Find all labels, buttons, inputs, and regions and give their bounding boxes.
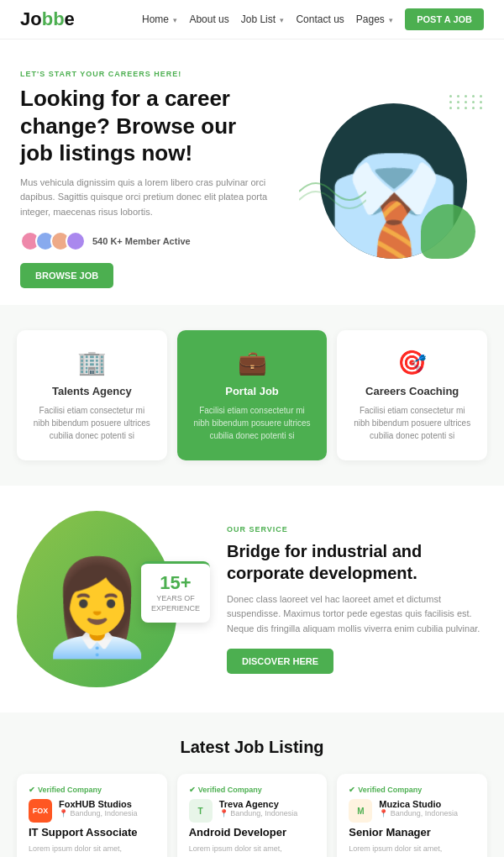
job-company-row: T Treva Agency 📍 Bandung, Indonesia: [189, 799, 316, 823]
about-tag: OUR SERVICE: [227, 525, 487, 534]
nav-joblist[interactable]: Job List ▾: [241, 13, 285, 25]
nav-home[interactable]: Home ▾: [142, 13, 177, 25]
check-icon: ✔: [29, 786, 35, 794]
about-title: Bridge for industrial and corporate deve…: [227, 540, 487, 584]
company-info: FoxHUB Studios 📍 Bandung, Indonesia: [59, 799, 138, 823]
green-blob-decoration: [421, 204, 475, 259]
services-section: 🏢 Talents Agency Facilisi etiam consecte…: [0, 305, 504, 486]
badge-label-line1: YEARS OF: [151, 594, 200, 604]
hero-members: 540 K+ Member Active: [20, 231, 272, 251]
about-description: Donec class laoreet vel hac laoreet amet…: [227, 592, 487, 637]
job-card: ✔ Verified Company T Treva Agency 📍 Band…: [177, 774, 328, 857]
browse-job-button[interactable]: BROWSE JOB: [20, 263, 113, 288]
nav-contact[interactable]: Contact us: [296, 13, 344, 25]
avatar: [66, 231, 86, 251]
service-card-talents[interactable]: 🏢 Talents Agency Facilisi etiam consecte…: [17, 330, 167, 460]
about-content: OUR SERVICE Bridge for industrial and co…: [227, 525, 487, 674]
experience-badge: 15+ YEARS OF EXPERIENCE: [141, 561, 210, 622]
portal-icon: 💼: [191, 349, 314, 376]
services-grid: 🏢 Talents Agency Facilisi etiam consecte…: [17, 330, 487, 460]
listings-title: Latest Job Listing: [17, 738, 487, 757]
job-verified-badge: ✔ Verified Company: [189, 786, 316, 794]
job-verified-badge: ✔ Verified Company: [29, 786, 155, 794]
about-image-area: 👩‍💼 15+ YEARS OF EXPERIENCE: [17, 511, 210, 687]
job-title: Senior Manager: [349, 826, 475, 839]
company-logo: T: [189, 799, 213, 823]
job-title: Android Developer: [189, 826, 316, 839]
nav-about[interactable]: About us: [189, 13, 228, 25]
member-count: 540 K+ Member Active: [92, 236, 191, 246]
job-card: ✔ Verified Company FOX FoxHUB Studios 📍 …: [17, 774, 167, 857]
coaching-icon: 🎯: [350, 349, 474, 376]
badge-label-line2: EXPERIENCE: [151, 604, 200, 614]
service-card-coaching[interactable]: 🎯 Careers Coaching Facilisi etiam consec…: [337, 330, 487, 460]
job-company-row: M Muzica Studio 📍 Bandung, Indonesia: [349, 799, 475, 823]
avatar-group: [20, 231, 86, 251]
nav-links: Home ▾ About us Job List ▾ Contact us Pa…: [142, 8, 484, 30]
hero-image: 👔: [299, 91, 484, 267]
hero-tag: LET'S START YOUR CAREERS HERE!: [20, 70, 272, 78]
company-info: Treva Agency 📍 Bandung, Indonesia: [219, 799, 298, 823]
job-company-row: FOX FoxHUB Studios 📍 Bandung, Indonesia: [29, 799, 155, 823]
job-location: 📍 Bandung, Indonesia: [59, 809, 138, 818]
job-title: IT Support Associate: [29, 826, 155, 839]
company-logo: M: [349, 799, 372, 823]
talents-desc: Facilisi etiam consectetur mi nibh biben…: [30, 404, 154, 442]
job-location: 📍 Bandung, Indonesia: [219, 809, 298, 818]
navbar: Jobbe Home ▾ About us Job List ▾ Contact…: [0, 0, 504, 39]
logo[interactable]: Jobbe: [20, 8, 75, 30]
coaching-title: Careers Coaching: [350, 385, 474, 397]
portal-desc: Facilisi etiam consectetur mi nibh biben…: [191, 404, 314, 442]
portal-title: Portal Job: [191, 385, 314, 397]
job-card: ✔ Verified Company M Muzica Studio 📍 Ban…: [337, 774, 487, 857]
job-description: Lorem ipsum dolor sit amet, consectetur …: [349, 844, 475, 857]
company-name: Treva Agency: [219, 799, 298, 809]
company-name: FoxHUB Studios: [59, 799, 138, 809]
job-verified-badge: ✔ Verified Company: [349, 786, 475, 794]
hero-title: Looking for a career change? Browse our …: [20, 85, 272, 167]
company-logo: FOX: [29, 799, 52, 823]
jobs-grid: ✔ Verified Company FOX FoxHUB Studios 📍 …: [17, 774, 487, 857]
talents-title: Talents Agency: [30, 385, 154, 397]
talents-icon: 🏢: [30, 349, 154, 376]
badge-number: 15+: [151, 572, 200, 594]
listings-section: Latest Job Listing ✔ Verified Company FO…: [0, 712, 504, 857]
hero-content: LET'S START YOUR CAREERS HERE! Looking f…: [20, 70, 272, 288]
job-description: Lorem ipsum dolor sit amet, consectetur …: [189, 844, 316, 857]
check-icon: ✔: [349, 786, 355, 794]
post-job-button[interactable]: POST A JOB: [405, 8, 484, 30]
about-person-icon: 👩‍💼: [39, 554, 155, 662]
discover-button[interactable]: DISCOVER HERE: [227, 649, 333, 674]
decorative-dots: [449, 95, 484, 109]
hero-description: Mus vehicula dignissim quis a lorem libe…: [20, 176, 272, 220]
job-description: Lorem ipsum dolor sit amet, consectetur …: [29, 844, 155, 857]
company-name: Muzica Studio: [379, 799, 458, 809]
wave-decoration: [299, 166, 366, 217]
job-location: 📍 Bandung, Indonesia: [379, 809, 458, 818]
about-section: 👩‍💼 15+ YEARS OF EXPERIENCE OUR SERVICE …: [0, 486, 504, 712]
nav-pages[interactable]: Pages ▾: [356, 13, 393, 25]
coaching-desc: Facilisi etiam consectetur mi nibh biben…: [350, 404, 474, 442]
check-icon: ✔: [189, 786, 196, 794]
service-card-portal[interactable]: 💼 Portal Job Facilisi etiam consectetur …: [177, 330, 328, 460]
company-info: Muzica Studio 📍 Bandung, Indonesia: [379, 799, 458, 823]
hero-section: LET'S START YOUR CAREERS HERE! Looking f…: [0, 39, 504, 305]
